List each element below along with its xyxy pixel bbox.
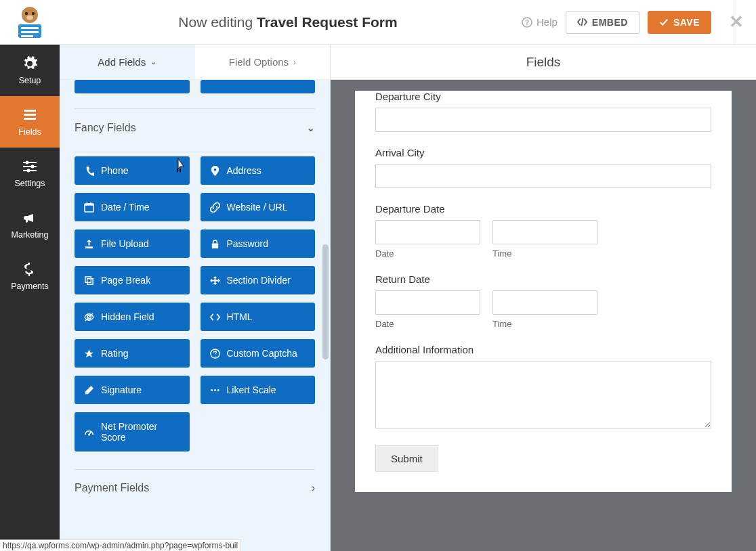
editing-prefix: Now editing	[178, 14, 257, 30]
field-button-partial[interactable]	[75, 80, 190, 93]
field-arrival-city[interactable]: Arrival City	[375, 147, 711, 188]
pin-icon	[210, 166, 220, 176]
fields-sidebar: Add Fields ⌄ Field Options › Fancy Field…	[60, 45, 331, 551]
svg-point-16	[31, 165, 35, 169]
input-arrival-city[interactable]	[375, 164, 711, 188]
save-button[interactable]: SAVE	[648, 11, 711, 34]
form-name: Travel Request Form	[257, 14, 398, 30]
gauge-icon	[84, 427, 94, 437]
svg-rect-15	[23, 166, 37, 167]
svg-rect-22	[90, 202, 91, 204]
field-type-phone[interactable]: Phone	[75, 156, 190, 185]
label-additional-info: Additional Information	[375, 344, 711, 355]
field-type-rating[interactable]: Rating	[75, 339, 190, 368]
field-type-password[interactable]: Password	[201, 229, 316, 258]
calendar-icon	[84, 202, 94, 213]
field-type-divider[interactable]: Section Divider	[201, 266, 316, 294]
svg-rect-11	[24, 114, 36, 116]
input-return-time[interactable]	[492, 290, 597, 315]
svg-rect-7	[21, 35, 33, 37]
section-fancy-fields[interactable]: Fancy Fields ⌄	[75, 109, 315, 146]
form-icon	[22, 107, 38, 123]
pencil-icon	[84, 385, 94, 395]
star-icon	[84, 349, 94, 359]
status-bar: https://qa.wpforms.com/wp-admin/admin.ph…	[0, 539, 241, 551]
svg-rect-5	[21, 27, 39, 29]
close-button[interactable]: ✕	[729, 12, 744, 32]
question-icon	[210, 349, 220, 359]
svg-point-18	[27, 169, 30, 173]
chevron-down-icon: ⌄	[306, 121, 315, 134]
label-departure-city: Departure City	[375, 91, 711, 102]
field-type-pagebreak[interactable]: Page Break	[75, 266, 190, 294]
embed-button[interactable]: EMBED	[566, 11, 639, 34]
input-departure-city[interactable]	[375, 108, 711, 132]
field-type-upload[interactable]: File Upload	[75, 229, 190, 258]
header: Now editing Travel Request Form ? Help E…	[0, 0, 756, 45]
copy-icon	[84, 276, 94, 286]
field-additional-info[interactable]: Additional Information	[375, 344, 711, 431]
help-link[interactable]: ? Help	[522, 16, 558, 28]
textarea-additional-info[interactable]	[375, 361, 711, 428]
rail-item-setup[interactable]: Setup	[0, 45, 60, 96]
svg-point-3	[26, 15, 33, 20]
sidebar-scrollbar[interactable]	[322, 244, 329, 359]
tab-add-fields[interactable]: Add Fields ⌄	[60, 45, 195, 79]
svg-rect-6	[21, 31, 39, 33]
field-type-url[interactable]: Website / URL	[201, 193, 316, 221]
field-type-hidden[interactable]: Hidden Field	[75, 303, 190, 331]
sliders-icon	[22, 158, 38, 175]
rail-item-marketing[interactable]: Marketing	[0, 199, 60, 250]
svg-rect-13	[23, 162, 37, 163]
help-icon: ?	[522, 17, 532, 28]
rail-item-payments[interactable]: Payments	[0, 250, 60, 302]
preview-pane: Fields Departure City Arrival City Depar…	[331, 45, 756, 551]
code-icon	[210, 312, 220, 322]
field-type-html[interactable]: HTML	[201, 303, 316, 331]
svg-rect-21	[87, 202, 87, 204]
tab-field-options[interactable]: Field Options ›	[195, 45, 331, 79]
svg-point-29	[214, 389, 216, 391]
chevron-down-icon: ⌄	[150, 58, 156, 66]
link-icon	[210, 202, 220, 213]
field-type-nps[interactable]: Net Promoter Score	[75, 412, 190, 451]
svg-rect-10	[24, 110, 36, 112]
field-departure-date[interactable]: Departure Date Date Time	[375, 203, 711, 259]
field-type-datetime[interactable]: Date / Time	[75, 193, 190, 221]
svg-text:?: ?	[525, 19, 529, 26]
svg-rect-24	[85, 276, 91, 282]
left-rail: Setup Fields Settings Marketing Payments	[0, 45, 60, 551]
preview-title: Fields	[331, 45, 756, 80]
svg-rect-20	[85, 203, 93, 205]
field-type-signature[interactable]: Signature	[75, 376, 190, 404]
svg-point-32	[88, 433, 90, 435]
field-type-address[interactable]: Address	[201, 156, 316, 185]
field-departure-city[interactable]: Departure City	[375, 91, 711, 132]
chevron-right-icon: ›	[312, 482, 315, 494]
input-departure-date[interactable]	[375, 220, 480, 244]
svg-point-0	[22, 7, 38, 23]
rail-item-settings[interactable]: Settings	[0, 148, 60, 199]
label-return-date: Return Date	[375, 273, 711, 285]
field-return-date[interactable]: Return Date Date Time	[375, 273, 711, 329]
bullhorn-icon	[22, 210, 38, 226]
app-logo	[5, 4, 54, 41]
field-button-partial[interactable]	[201, 80, 316, 93]
arrows-icon	[210, 276, 220, 286]
svg-point-2	[32, 12, 35, 14]
svg-point-14	[26, 161, 29, 164]
svg-rect-12	[24, 118, 36, 120]
input-return-date[interactable]	[375, 290, 480, 315]
field-type-likert[interactable]: Likert Scale	[201, 376, 316, 404]
label-arrival-city: Arrival City	[375, 147, 711, 158]
rail-item-fields[interactable]: Fields	[0, 96, 60, 148]
svg-point-28	[211, 389, 213, 391]
field-type-captcha[interactable]: Custom Captcha	[201, 339, 316, 368]
submit-button[interactable]: Submit	[375, 445, 438, 472]
svg-point-1	[25, 12, 28, 14]
dots-icon	[210, 385, 220, 395]
input-departure-time[interactable]	[492, 220, 597, 244]
svg-rect-23	[211, 243, 217, 248]
section-payment-fields[interactable]: Payment Fields ›	[75, 470, 315, 506]
upload-icon	[84, 239, 94, 249]
